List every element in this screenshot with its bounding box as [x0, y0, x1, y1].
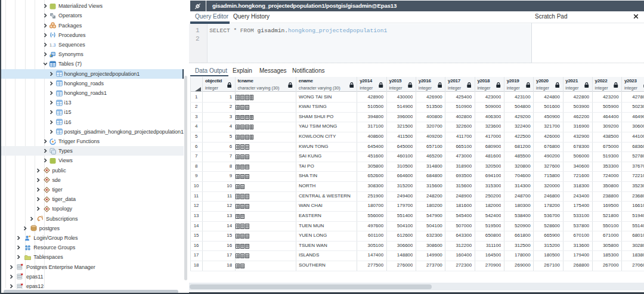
- svg-text:3: 3: [54, 43, 56, 47]
